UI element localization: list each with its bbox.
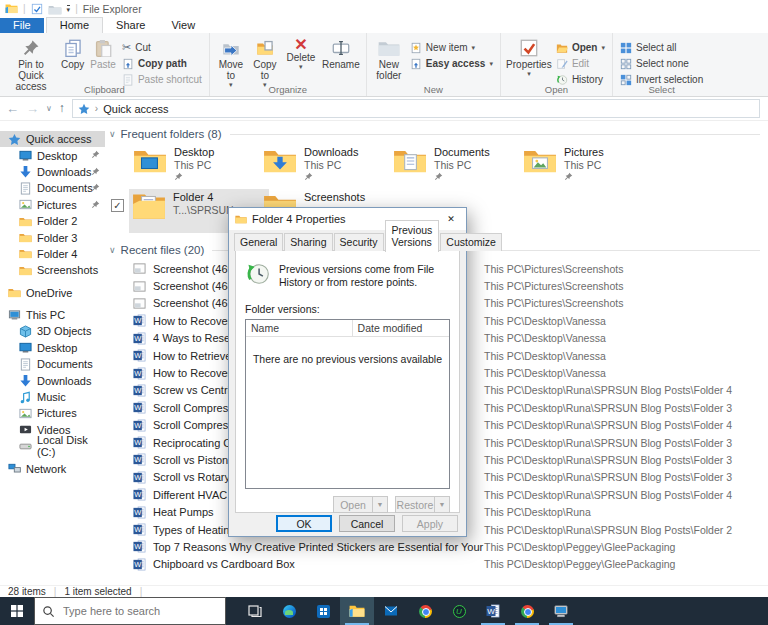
folder-icon: [235, 214, 247, 224]
taskbar-remote-desktop[interactable]: [544, 597, 578, 625]
tab-customize[interactable]: Customize: [440, 233, 502, 251]
collapse-chevron-icon[interactable]: ∨: [109, 245, 116, 255]
mail-icon: [384, 604, 398, 618]
tab-view[interactable]: View: [158, 18, 208, 33]
rename-button[interactable]: Rename: [320, 37, 362, 72]
versions-list[interactable]: Name ⌃Date modified There are no previou…: [245, 319, 450, 489]
file-row[interactable]: Chipboard vs Cardboard BoxThis PC\Deskto…: [105, 556, 768, 573]
properties-button[interactable]: Properties▾: [505, 37, 553, 80]
sidebar-item-this-pc[interactable]: This PC: [0, 307, 105, 323]
screenshot-file-icon: [133, 262, 146, 275]
sidebar-item-quick-access[interactable]: Quick access: [0, 131, 105, 147]
customize-qat-dropdown-icon[interactable]: ▾: [67, 5, 71, 13]
sidebar-item-network[interactable]: Network: [0, 460, 105, 476]
file-row[interactable]: Top 7 Reasons Why Creative Printed Stick…: [105, 538, 768, 555]
document-icon: [19, 358, 32, 371]
frequent-folders-header[interactable]: ∨ Frequent folders (8): [109, 128, 760, 140]
easy-access-button[interactable]: Easy access▾: [407, 56, 496, 71]
copy-path-button[interactable]: Copy path: [119, 56, 205, 71]
cut-button[interactable]: ✂ Cut: [119, 40, 205, 55]
sidebar-item-folder-3[interactable]: Folder 3: [0, 229, 105, 245]
taskbar-word[interactable]: [476, 597, 510, 625]
sidebar-item-pictures-pc[interactable]: Pictures: [0, 405, 105, 421]
copy-path-icon: [122, 58, 134, 70]
column-date-modified[interactable]: ⌃Date modified: [352, 320, 449, 336]
cancel-button[interactable]: Cancel: [339, 515, 395, 532]
tile-documents[interactable]: DocumentsThis PC: [390, 144, 518, 188]
taskbar-chrome-profile[interactable]: [510, 597, 544, 625]
new-folder-button[interactable]: New folder: [371, 37, 407, 83]
folder-properties-dialog: Folder 4 Properties ✕ General Sharing Se…: [228, 207, 467, 537]
move-to-button[interactable]: Move to▾: [214, 37, 248, 91]
tab-file[interactable]: File: [0, 18, 44, 33]
monitor-icon: [19, 149, 32, 162]
sidebar-item-documents-pc[interactable]: Documents: [0, 356, 105, 372]
close-icon[interactable]: ✕: [436, 208, 466, 230]
taskbar-mail[interactable]: [374, 597, 408, 625]
task-view-button[interactable]: [238, 597, 272, 625]
tile-desktop[interactable]: DesktopThis PC: [130, 144, 258, 188]
sidebar-item-downloads-pc[interactable]: Downloads: [0, 372, 105, 388]
navigation-pane: Quick access Desktop Downloads Documents…: [0, 121, 105, 585]
select-all-icon: [620, 42, 632, 54]
paste-button[interactable]: Paste: [87, 37, 119, 72]
qat-properties-check-icon[interactable]: [31, 3, 43, 15]
sidebar-item-desktop-pc[interactable]: Desktop: [0, 340, 105, 356]
tab-previous-versions[interactable]: Previous Versions: [385, 220, 440, 252]
scissors-icon: ✂: [122, 42, 131, 53]
edit-button[interactable]: Edit: [553, 56, 608, 71]
open-button[interactable]: Open▾: [553, 40, 608, 55]
status-bar: 28 items | 1 item selected |: [0, 585, 768, 597]
sidebar-item-folder-4[interactable]: Folder 4: [0, 246, 105, 262]
select-none-button[interactable]: Select none: [617, 56, 706, 71]
up-icon[interactable]: ↑: [59, 102, 65, 115]
list-header: Name ⌃Date modified: [246, 320, 449, 337]
tab-sharing[interactable]: Sharing: [284, 233, 332, 251]
dropdown-caret-icon: ▾: [299, 63, 303, 71]
tab-home[interactable]: Home: [46, 17, 103, 33]
sidebar-item-pictures[interactable]: Pictures: [0, 197, 105, 213]
windows-logo-icon: [10, 604, 24, 618]
taskbar-edge[interactable]: [272, 597, 306, 625]
select-all-button[interactable]: Select all: [617, 40, 706, 55]
taskbar-search[interactable]: [34, 597, 226, 625]
sidebar-item-onedrive[interactable]: OneDrive: [0, 285, 105, 301]
search-input[interactable]: [61, 604, 201, 618]
tab-general[interactable]: General: [234, 233, 283, 251]
network-icon: [8, 462, 21, 475]
qat-new-folder-icon[interactable]: [48, 3, 62, 15]
new-item-button[interactable]: New item▾: [407, 40, 496, 55]
taskbar-chrome[interactable]: [408, 597, 442, 625]
collapse-chevron-icon[interactable]: ∨: [109, 129, 116, 139]
tab-share[interactable]: Share: [103, 18, 158, 33]
ok-button[interactable]: OK: [276, 515, 332, 532]
sidebar-item-music[interactable]: Music: [0, 389, 105, 405]
forward-icon[interactable]: →: [26, 102, 39, 115]
delete-button[interactable]: ✕ Delete▾: [282, 37, 320, 73]
taskbar-uninstaller[interactable]: U: [442, 597, 476, 625]
sidebar-item-local-disk-c[interactable]: Local Disk (C:): [0, 438, 105, 454]
apply-button[interactable]: Apply: [402, 515, 458, 532]
dialog-tabs: General Sharing Security Previous Versio…: [229, 230, 466, 251]
copy-to-button[interactable]: Copy to▾: [248, 37, 282, 91]
copy-button[interactable]: Copy: [58, 37, 87, 72]
sidebar-item-downloads[interactable]: Downloads: [0, 164, 105, 180]
tab-security[interactable]: Security: [334, 233, 384, 251]
sidebar-item-folder-2[interactable]: Folder 2: [0, 213, 105, 229]
address-box[interactable]: › Quick access: [72, 99, 760, 118]
tile-pictures[interactable]: PicturesThis PC: [520, 144, 648, 188]
sidebar-item-3d-objects[interactable]: 3D Objects: [0, 323, 105, 339]
tile-downloads[interactable]: DownloadsThis PC: [260, 144, 388, 188]
tile-checkbox[interactable]: ✓: [111, 199, 124, 212]
taskbar-file-explorer[interactable]: [340, 597, 374, 625]
back-icon[interactable]: ←: [6, 102, 19, 115]
sidebar-item-desktop[interactable]: Desktop: [0, 147, 105, 163]
breadcrumb[interactable]: Quick access: [103, 103, 168, 115]
divider: |: [23, 3, 26, 14]
recent-locations-dropdown-icon[interactable]: ∨: [46, 102, 52, 115]
start-button[interactable]: [0, 597, 34, 625]
taskbar-store[interactable]: [306, 597, 340, 625]
sidebar-item-screenshots[interactable]: Screenshots: [0, 262, 105, 278]
sidebar-item-documents[interactable]: Documents: [0, 180, 105, 196]
column-name[interactable]: Name: [246, 320, 352, 336]
